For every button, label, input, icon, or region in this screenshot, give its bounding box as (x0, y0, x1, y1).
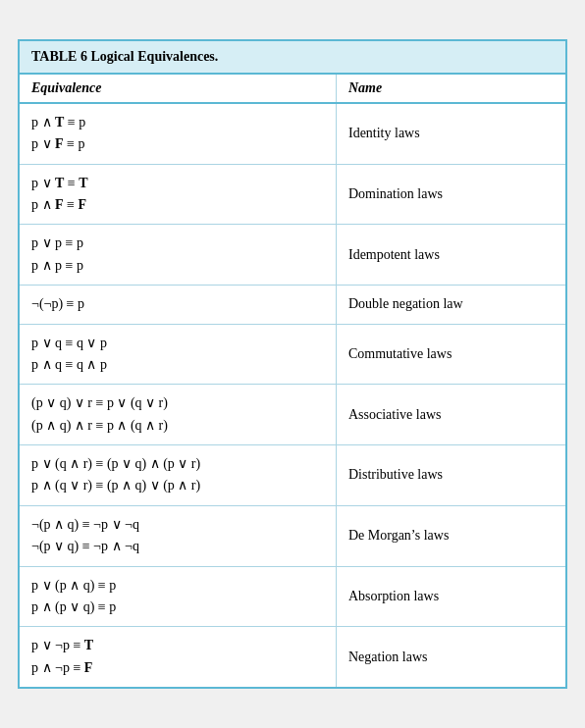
name-cell: Distributive laws (336, 445, 565, 506)
logical-equivalences-table: TABLE 6 Logical Equivalences. Equivalenc… (18, 39, 567, 689)
table-row: p ∨ q ≡ q ∨ pp ∧ q ≡ q ∧ pCommutative la… (20, 324, 565, 385)
table-row: p ∨ T ≡ Tp ∧ F ≡ FDomination laws (20, 164, 565, 225)
table-row: p ∨ ¬p ≡ Tp ∧ ¬p ≡ FNegation laws (20, 627, 565, 687)
name-cell: Commutative laws (336, 324, 565, 385)
equiv-cell: p ∨ T ≡ Tp ∧ F ≡ F (20, 164, 336, 225)
table-row: p ∨ (q ∧ r) ≡ (p ∨ q) ∧ (p ∨ r)p ∧ (q ∨ … (20, 445, 565, 506)
table-row: p ∨ (p ∧ q) ≡ pp ∧ (p ∨ q) ≡ pAbsorption… (20, 566, 565, 627)
name-cell: Associative laws (336, 385, 565, 445)
equiv-cell: p ∨ ¬p ≡ Tp ∧ ¬p ≡ F (20, 627, 336, 687)
header-equivalence: Equivalence (20, 75, 336, 103)
name-cell: Negation laws (336, 627, 565, 687)
equiv-cell: p ∧ T ≡ pp ∨ F ≡ p (20, 103, 336, 164)
name-cell: Idempotent laws (336, 225, 565, 286)
name-cell: Double negation law (336, 286, 565, 324)
equiv-cell: ¬(¬p) ≡ p (20, 286, 336, 324)
table-header-row: Equivalence Name (20, 75, 565, 103)
name-cell: Domination laws (336, 164, 565, 225)
table-title: TABLE 6 Logical Equivalences. (20, 41, 565, 75)
equiv-cell: (p ∨ q) ∨ r ≡ p ∨ (q ∨ r)(p ∧ q) ∧ r ≡ p… (20, 385, 336, 445)
table-row: ¬(p ∧ q) ≡ ¬p ∨ ¬q¬(p ∨ q) ≡ ¬p ∧ ¬qDe M… (20, 505, 565, 566)
table-row: p ∧ T ≡ pp ∨ F ≡ pIdentity laws (20, 103, 565, 164)
equiv-cell: p ∨ (p ∧ q) ≡ pp ∧ (p ∨ q) ≡ p (20, 566, 336, 627)
name-cell: Identity laws (336, 103, 565, 164)
header-name: Name (336, 75, 565, 103)
equiv-cell: p ∨ p ≡ pp ∧ p ≡ p (20, 225, 336, 286)
table-row: ¬(¬p) ≡ pDouble negation law (20, 286, 565, 324)
table-row: (p ∨ q) ∨ r ≡ p ∨ (q ∨ r)(p ∧ q) ∧ r ≡ p… (20, 385, 565, 445)
table-row: p ∨ p ≡ pp ∧ p ≡ pIdempotent laws (20, 225, 565, 286)
equiv-cell: p ∨ (q ∧ r) ≡ (p ∨ q) ∧ (p ∨ r)p ∧ (q ∨ … (20, 445, 336, 506)
name-cell: Absorption laws (336, 566, 565, 627)
equiv-cell: p ∨ q ≡ q ∨ pp ∧ q ≡ q ∧ p (20, 324, 336, 385)
equiv-cell: ¬(p ∧ q) ≡ ¬p ∨ ¬q¬(p ∨ q) ≡ ¬p ∧ ¬q (20, 505, 336, 566)
name-cell: De Morgan’s laws (336, 505, 565, 566)
